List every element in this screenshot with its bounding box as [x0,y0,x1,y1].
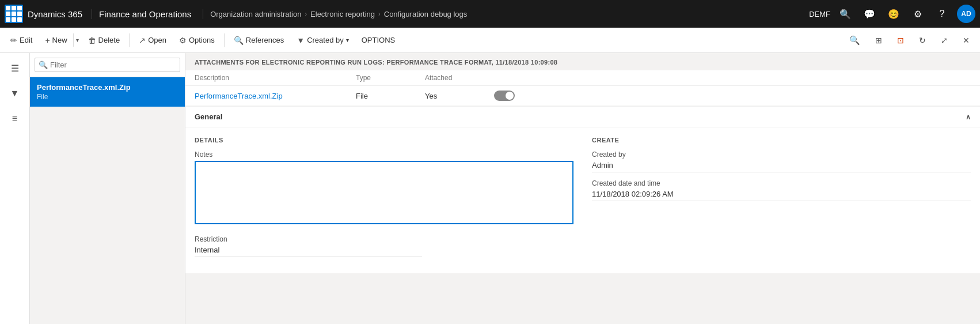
new-chevron-button[interactable]: ▾ [73,33,81,47]
toolbar-right-icons: ⊞ ⊡ ↻ ⤢ ✕ [869,31,975,50]
delete-icon: 🗑 [88,36,96,45]
references-icon: 🔍 [234,36,244,45]
list-item-title: PerformanceTrace.xml.Zip [37,83,178,92]
created-by-chevron-icon: ▾ [346,37,349,43]
references-button[interactable]: 🔍 References [228,32,290,48]
general-section: General ∧ DETAILS Notes Restriction Inte… [185,106,980,273]
restriction-label: Restriction [195,235,573,243]
app-launcher-button[interactable] [5,5,23,23]
new-button[interactable]: + New [39,32,73,48]
brand-fo[interactable]: Finance and Operations [99,9,203,19]
list-item[interactable]: PerformanceTrace.xml.Zip File [30,77,185,107]
open-button[interactable]: ↗ Open [133,32,172,48]
att-col-description: Description [195,74,356,82]
edit-icon: ✏ [10,36,17,45]
brand-d365[interactable]: Dynamics 365 [28,9,92,19]
breadcrumb-er[interactable]: Electronic reporting [310,10,375,18]
top-nav: Dynamics 365 Finance and Operations Orga… [0,0,980,28]
section-chevron-icon: ∧ [966,113,971,121]
list-item-sub: File [37,93,178,101]
sidebar-list-icon[interactable]: ≡ [5,108,25,129]
created-by-button[interactable]: ▼ Created by ▾ [291,32,354,48]
open-icon: ↗ [139,36,146,45]
section-header[interactable]: General ∧ [185,107,980,127]
settings-button[interactable]: ⚙ [909,5,927,23]
att-attached-value: Yes [425,92,494,100]
sidebar-filter-icon[interactable]: ▼ [5,83,25,104]
att-description-value[interactable]: PerformanceTrace.xml.Zip [195,92,356,100]
created-date-label: Created date and time [592,179,971,187]
help-button[interactable]: ? [933,5,951,23]
refresh-icon[interactable]: ↻ [913,31,932,50]
create-group: CREATE Created by Admin Created date and… [592,137,971,264]
att-toggle-wrap [494,91,540,101]
att-col-type: Type [356,74,425,82]
att-table-header: Description Type Attached [185,70,980,86]
new-icon: + [45,36,50,45]
created-by-label: Created by [592,150,971,159]
breadcrumb-org[interactable]: Organization administration [210,10,301,18]
section-body: DETAILS Notes Restriction Internal CREAT… [185,127,980,273]
options-upper-button[interactable]: OPTIONS [356,32,401,48]
delete-button[interactable]: 🗑 Delete [82,32,126,48]
att-col-attached: Attached [425,74,494,82]
created-by-value: Admin [592,160,971,172]
close-icon[interactable]: ✕ [957,31,975,50]
detail-panel: ATTACHMENTS FOR ELECTRONIC REPORTING RUN… [185,53,980,324]
search-nav-button[interactable]: 🔍 [836,5,854,23]
att-col-toggle [494,74,540,82]
toolbar-search-button[interactable]: 🔍 [845,31,864,50]
filter-input-wrap: 🔍 [35,58,180,72]
left-sidebar: ☰ ▼ ≡ [0,53,30,324]
section-title: General [195,112,222,121]
list-panel: 🔍 PerformanceTrace.xml.Zip File [30,53,185,324]
toolbar-separator-2 [224,33,225,47]
connected-apps-icon[interactable]: ⊞ [869,31,888,50]
att-table-row[interactable]: PerformanceTrace.xml.Zip File Yes [185,86,980,106]
restriction-value: Internal [195,244,422,257]
nav-right: DEMF 🔍 💬 😊 ⚙ ? AD [809,5,975,23]
att-type-value: File [356,92,425,100]
created-date-value: 11/18/2018 02:09:26 AM [592,189,971,201]
att-toggle[interactable] [494,91,515,101]
breadcrumb-sep-2: › [378,10,381,17]
new-button-group: + New ▾ [39,32,81,48]
emoji-button[interactable]: 😊 [884,5,903,23]
user-avatar[interactable]: AD [957,5,975,23]
notes-textarea[interactable] [195,161,573,224]
options-button[interactable]: ⚙ Options [173,32,221,48]
breadcrumb: Organization administration › Electronic… [210,10,809,18]
office-icon[interactable]: ⊡ [891,31,910,50]
filter-input[interactable] [50,61,176,69]
breadcrumb-config[interactable]: Configuration debug logs [384,10,468,18]
nav-brand: Dynamics 365 Finance and Operations [28,9,210,19]
filter-icon: ▼ [297,36,305,45]
options-icon: ⚙ [179,36,187,45]
expand-icon[interactable]: ⤢ [935,31,954,50]
messages-button[interactable]: 💬 [860,5,879,23]
create-group-title: CREATE [592,137,971,144]
main-layout: ☰ ▼ ≡ 🔍 PerformanceTrace.xml.Zip File AT… [0,53,980,324]
company-code: DEMF [809,10,830,18]
sidebar-menu-icon[interactable]: ☰ [5,58,25,78]
edit-button[interactable]: ✏ Edit [5,32,38,48]
breadcrumb-sep-1: › [305,10,307,17]
details-group-title: DETAILS [195,137,573,144]
filter-search-icon: 🔍 [39,61,48,69]
filter-area: 🔍 [30,53,185,77]
notes-label: Notes [195,150,573,159]
toolbar: ✏ Edit + New ▾ 🗑 Delete ↗ Open ⚙ Options… [0,28,980,53]
toolbar-separator-1 [129,33,130,47]
attachment-table: Description Type Attached PerformanceTra… [185,70,980,106]
attachment-header: ATTACHMENTS FOR ELECTRONIC REPORTING RUN… [185,53,980,70]
details-group: DETAILS Notes Restriction Internal [195,137,573,264]
restriction-field-group: Restriction Internal [195,235,573,257]
